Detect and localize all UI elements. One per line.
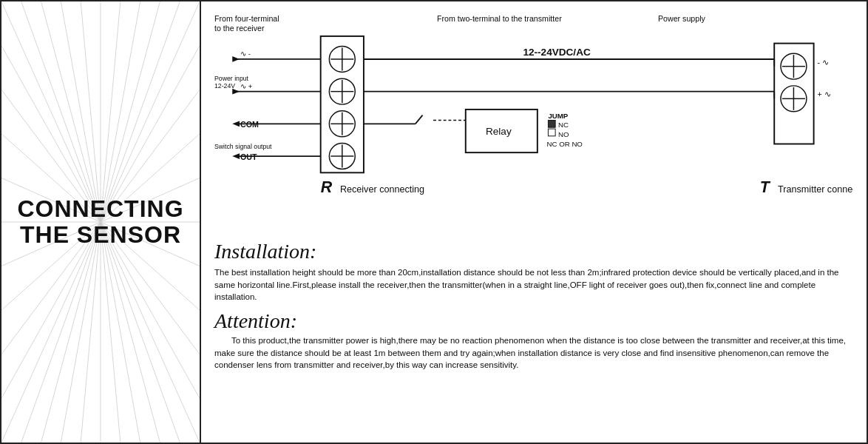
svg-text:Power input: Power input [214, 75, 249, 82]
svg-line-37 [101, 222, 140, 443]
svg-text:NC: NC [558, 121, 569, 129]
svg-text:NO: NO [558, 130, 569, 138]
left-panel: .ray { stroke: #ccc; stroke-width: 0.8; … [1, 1, 201, 443]
svg-text:12-24V: 12-24V [214, 82, 235, 90]
svg-line-3 [61, 1, 101, 222]
attention-title: Attention: [214, 309, 853, 333]
svg-marker-70 [232, 153, 240, 159]
svg-line-31 [21, 222, 101, 443]
svg-text:NC OR NO: NC OR NO [546, 140, 583, 148]
svg-line-19 [1, 222, 101, 398]
svg-text:- ∿: - ∿ [817, 58, 829, 67]
svg-line-36 [101, 222, 121, 443]
svg-text:R: R [321, 178, 333, 196]
svg-text:Transmitter connecting: Transmitter connecting [778, 184, 853, 195]
diagram-svg: From four-terminal to the receiver From … [214, 9, 853, 238]
svg-line-4 [81, 1, 101, 222]
svg-line-20 [1, 222, 101, 443]
text-sections: Installation: The best installation heig… [214, 238, 853, 435]
svg-text:OUT: OUT [240, 152, 257, 161]
left-panel-title: CONNECTING THE SENSOR [17, 196, 183, 248]
installation-title: Installation: [214, 240, 853, 263]
svg-text:From four-terminal: From four-terminal [214, 14, 279, 23]
svg-marker-66 [232, 121, 240, 127]
svg-line-29 [101, 222, 200, 398]
svg-text:Relay: Relay [486, 126, 512, 137]
svg-line-32 [41, 222, 101, 443]
svg-text:+ ∿: + ∿ [817, 90, 830, 98]
svg-line-7 [101, 1, 140, 222]
svg-text:Power supply: Power supply [658, 14, 706, 23]
svg-line-1 [21, 1, 101, 222]
right-panel: From four-terminal to the receiver From … [201, 1, 867, 443]
svg-line-34 [81, 222, 101, 443]
diagram-area: From four-terminal to the receiver From … [214, 9, 853, 238]
svg-text:Switch signal output: Switch signal output [214, 143, 272, 150]
svg-line-2 [41, 1, 101, 222]
svg-text:12--24VDC/AC: 12--24VDC/AC [523, 47, 590, 58]
svg-line-76 [416, 115, 423, 124]
attention-body: To this product,the transmitter power is… [214, 334, 853, 371]
svg-text:From two-terminal to the trans: From two-terminal to the transmitter [437, 14, 562, 23]
svg-text:to the receiver: to the receiver [214, 24, 265, 33]
svg-marker-61 [232, 89, 240, 95]
svg-text:∿ -: ∿ - [240, 50, 251, 58]
page-container: .ray { stroke: #ccc; stroke-width: 0.8; … [0, 0, 868, 444]
svg-line-9 [101, 1, 180, 222]
svg-text:T: T [760, 178, 771, 196]
svg-rect-82 [548, 129, 555, 136]
svg-text:∿ +: ∿ + [240, 82, 253, 90]
svg-line-38 [101, 222, 160, 443]
svg-line-6 [101, 1, 121, 222]
svg-marker-58 [232, 56, 240, 62]
svg-text:JUMP: JUMP [548, 112, 568, 120]
installation-body: The best installation height should be m… [214, 266, 853, 303]
svg-line-0 [1, 1, 101, 222]
svg-line-39 [101, 222, 180, 443]
svg-text:Receiver  connecting: Receiver connecting [340, 184, 424, 195]
svg-line-33 [61, 222, 101, 443]
svg-rect-81 [548, 120, 555, 127]
svg-line-30 [101, 222, 200, 443]
svg-line-8 [101, 1, 160, 222]
svg-line-10 [101, 1, 200, 222]
svg-text:COM: COM [240, 120, 259, 129]
